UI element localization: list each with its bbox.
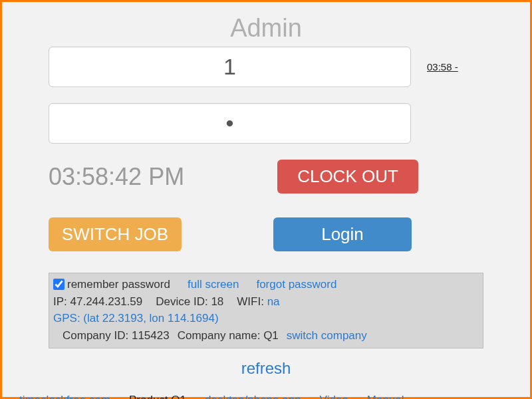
remember-password-label: remember password [67,276,170,293]
footer-manual-link[interactable]: Manual [367,394,404,399]
ip-info: IP: 47.244.231.59 [53,293,142,311]
refresh-row: refresh [15,359,517,378]
gps-info[interactable]: GPS: (lat 22.3193, lon 114.1694) [53,310,479,327]
clock-row: 03:58:42 PM CLOCK OUT [49,160,517,194]
current-time: 03:58:42 PM [49,163,184,191]
page-title: Admin [15,14,517,43]
app-frame: Admin 03:58 - 03:58:42 PM CLOCK OUT SWIT… [0,0,532,399]
action-row: SWITCH JOB Login [49,217,517,251]
footer-site-link[interactable]: timeclockfree.com [19,394,110,399]
forgot-password-link[interactable]: forgot password [256,276,336,293]
info-line-2: IP: 47.244.231.59 Device ID: 18 WIFI: na [53,293,479,311]
info-panel: remember password full screen forgot pas… [49,273,483,348]
remember-password-checkbox[interactable] [53,279,65,290]
wifi-info: WIFI: na [237,293,279,311]
company-id-info: Company ID: 115423 [63,327,170,344]
info-line-1: remember password full screen forgot pas… [53,276,479,293]
switch-job-button[interactable]: SWITCH JOB [49,217,182,251]
remember-password-wrap[interactable]: remember password [53,276,170,293]
footer-app-link[interactable]: desktop/phone app [205,394,301,399]
switch-company-link[interactable]: switch company [287,327,367,344]
login-button[interactable]: Login [273,217,412,251]
company-name-info: Company name: Q1 [178,327,279,344]
refresh-link[interactable]: refresh [241,359,291,377]
full-screen-link[interactable]: full screen [188,276,239,293]
info-line-4: Company ID: 115423 Company name: Q1 swit… [53,327,479,344]
footer: timeclockfree.com Product Q1 desktop/pho… [19,394,517,399]
device-info: Device ID: 18 [156,293,223,311]
clock-out-button[interactable]: CLOCK OUT [277,160,418,194]
password-row [15,103,517,144]
side-time[interactable]: 03:58 - [427,61,458,72]
id-row: 03:58 - [15,47,517,87]
footer-product: Product Q1 [129,394,186,399]
wifi-value[interactable]: na [267,295,280,308]
id-input[interactable] [49,47,411,87]
footer-video-link[interactable]: Video [320,394,348,399]
password-input[interactable] [49,103,411,144]
